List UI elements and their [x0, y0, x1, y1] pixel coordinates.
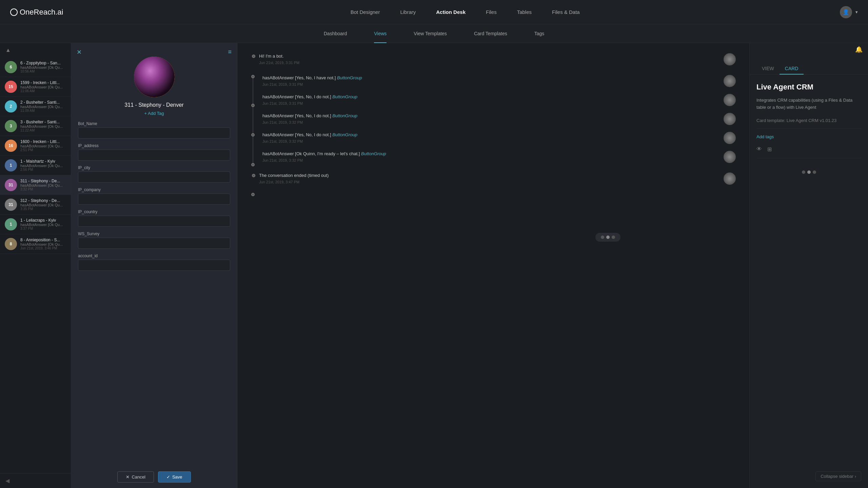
- contact-info: 311 - Stephony - De... hasABotAnswer [Ok…: [20, 179, 66, 191]
- chat-time: Jun 21st, 2019, 3:32 PM: [262, 120, 719, 124]
- chat-message-6: hasABotAnswer [Ok Quinn, I'm ready – let…: [259, 151, 736, 163]
- sidebar-toggle-btn[interactable]: ▲: [0, 43, 71, 57]
- close-button[interactable]: ✕: [77, 48, 82, 56]
- contact-item[interactable]: 15 1599 - Irecken - Littl... hasABotAnsw…: [0, 77, 71, 97]
- field-group-ip-address: IP_address: [78, 143, 230, 161]
- contact-item[interactable]: 31 312 - Stephony - De... hasABotAnswer …: [0, 195, 71, 215]
- nav-action-desk[interactable]: Action Desk: [436, 8, 466, 16]
- contact-info: 1600 - Irecken - Littl... hasABotAnswer …: [20, 139, 66, 152]
- contact-sub: hasABotAnswer [Ok Qu...: [20, 203, 66, 207]
- subnav-views[interactable]: Views: [374, 29, 387, 38]
- contact-time: 11:22 AM: [20, 128, 66, 132]
- account-id-input[interactable]: [78, 260, 230, 271]
- cancel-label: Cancel: [132, 474, 145, 480]
- chat-message-1: Hi! I'm a bot. Jun 21st, 2019, 3:31 PM: [251, 53, 736, 65]
- contact-item[interactable]: 6 6 - Zoppitybop - San... hasABotAnswer …: [0, 57, 71, 77]
- ip-company-input[interactable]: [78, 194, 230, 205]
- contact-sub: hasABotAnswer [Ok Qu...: [20, 242, 66, 246]
- user-avatar[interactable]: 👤: [840, 6, 852, 18]
- tab-view[interactable]: VIEW: [756, 63, 780, 75]
- message-avatar: [724, 113, 736, 125]
- dot-3: [813, 170, 816, 174]
- contact-sub: hasABotAnswer [Ok Qu...: [20, 164, 66, 168]
- subnav-view-templates[interactable]: View Templates: [414, 29, 447, 38]
- user-dropdown-icon[interactable]: ▾: [855, 9, 858, 15]
- divider2: [756, 158, 861, 158]
- contact-time: 3:35 PM: [20, 207, 66, 211]
- contact-info: 1 - Leliacraps - Kyiv hasABotAnswer [Ok …: [20, 218, 66, 230]
- bot-name-input[interactable]: [78, 127, 230, 139]
- chat-text: hasABotAnswer [Yes, No, I do not.] Butto…: [262, 132, 719, 138]
- chat-text: hasABotAnswer [Yes, No, I do not.] Butto…: [262, 94, 719, 100]
- form-fields: Bot_Name IP_address IP_city IP_company I: [71, 121, 237, 466]
- profile-name: 311 - Stephony - Denver: [124, 102, 183, 108]
- contact-avatar: 15: [5, 81, 17, 93]
- contact-item[interactable]: 1 1 - Leliacraps - Kyiv hasABotAnswer [O…: [0, 215, 71, 234]
- field-group-ip-city: IP_city: [78, 165, 230, 183]
- contact-time: 3:32 PM: [20, 187, 66, 191]
- layout-icon[interactable]: ⊞: [767, 146, 772, 152]
- chat-time: Jun 21st, 2019, 3:31 PM: [262, 82, 719, 86]
- subnav-dashboard[interactable]: Dashboard: [324, 29, 347, 38]
- add-tag-button[interactable]: + Add Tag: [144, 111, 164, 116]
- nav-files[interactable]: Files: [486, 8, 497, 16]
- notification-icon[interactable]: 🔔: [855, 46, 863, 53]
- contact-info: 8 - Annieposition - S... hasABotAnswer […: [20, 238, 66, 250]
- nav-tables[interactable]: Tables: [517, 8, 532, 16]
- right-tabs: VIEW CARD: [750, 56, 868, 75]
- contact-item[interactable]: 1 1 - Maishartz - Kyiv hasABotAnswer [Ok…: [0, 156, 71, 175]
- right-header: 🔔: [750, 43, 868, 56]
- nav-files-data[interactable]: Files & Data: [552, 8, 580, 16]
- subnav-tags[interactable]: Tags: [534, 29, 545, 38]
- chat-message-3: hasABotAnswer [Yes, No, I do not.] Butto…: [259, 94, 736, 106]
- contact-time: 11:09 AM: [20, 109, 66, 113]
- chat-message-2: hasABotAnswer [Yes, No, I have not.] But…: [259, 75, 736, 87]
- contact-name: 312 - Stephony - De...: [20, 198, 66, 203]
- eye-icon[interactable]: 👁: [756, 146, 762, 152]
- nav-right: 👤 ▾: [840, 6, 858, 18]
- main-nav: Bot Designer Library Action Desk Files T…: [90, 8, 840, 16]
- save-button[interactable]: ✓ Save: [158, 471, 191, 483]
- subnav-card-templates[interactable]: Card Templates: [474, 29, 507, 38]
- ip-address-input[interactable]: [78, 149, 230, 161]
- collapse-sidebar-button[interactable]: Collapse sidebar ›: [815, 471, 861, 481]
- contact-info: 6 - Zoppitybop - San... hasABotAnswer [O…: [20, 61, 66, 73]
- contact-time: 3:37 PM: [20, 227, 66, 230]
- logo[interactable]: OneReach.ai: [10, 8, 63, 17]
- ip-city-input[interactable]: [78, 171, 230, 183]
- cancel-button[interactable]: ✕ Cancel: [117, 471, 154, 483]
- prev-page-icon[interactable]: ◀: [5, 478, 9, 484]
- tab-card[interactable]: CARD: [780, 63, 804, 75]
- contact-item[interactable]: 3 3 - Bushelter - Santi... hasABotAnswer…: [0, 116, 71, 136]
- right-panel-content: Live Agent CRM Integrates CRM capabiliti…: [750, 75, 868, 488]
- sub-navigation: Dashboard Views View Templates Card Temp…: [0, 24, 868, 43]
- field-label: IP_city: [78, 165, 230, 170]
- nav-library[interactable]: Library: [400, 8, 416, 16]
- collapse-sidebar-label: Collapse sidebar ›: [821, 474, 856, 479]
- contact-item[interactable]: 8 8 - Annieposition - S... hasABotAnswer…: [0, 234, 71, 254]
- contact-item[interactable]: 16 1600 - Irecken - Littl... hasABotAnsw…: [0, 136, 71, 156]
- loading-dots: [756, 164, 861, 181]
- contact-avatar: 1: [5, 159, 17, 171]
- chat-area: Hi! I'm a bot. Jun 21st, 2019, 3:31 PM: [237, 43, 749, 488]
- chat-message-4: hasABotAnswer [Yes, No, I do not.] Butto…: [259, 113, 736, 125]
- chat-time: Jun 21st, 2019, 3:32 PM: [262, 158, 719, 162]
- contact-avatar: 3: [5, 120, 17, 132]
- center-panel: ✕ ≡ 311 - Stephony - Denver + Add Tag Bo…: [71, 43, 749, 488]
- ws-survey-input[interactable]: [78, 238, 230, 249]
- contact-item-active[interactable]: 31 311 - Stephony - De... hasABotAnswer …: [0, 175, 71, 195]
- field-label: IP_country: [78, 209, 230, 214]
- contact-avatar: 2: [5, 100, 17, 113]
- ip-country-input[interactable]: [78, 216, 230, 227]
- chat-message-7: The conversation ended (timed out) Jun 2…: [251, 172, 736, 185]
- message-avatar: [724, 132, 736, 144]
- field-label: Bot_Name: [78, 121, 230, 126]
- contact-name: 2 - Bushelter - Santi...: [20, 100, 66, 105]
- menu-button[interactable]: ≡: [228, 48, 232, 56]
- right-panel: 🔔 VIEW CARD Live Agent CRM Integrates CR…: [749, 43, 868, 488]
- add-tags-link[interactable]: Add tags: [756, 134, 861, 139]
- right-actions: 👁 ⊞: [756, 146, 861, 152]
- profile-section: 311 - Stephony - Denver + Add Tag: [71, 53, 237, 121]
- contact-item[interactable]: 2 2 - Bushelter - Santi... hasABotAnswer…: [0, 97, 71, 116]
- nav-bot-designer[interactable]: Bot Designer: [351, 8, 380, 16]
